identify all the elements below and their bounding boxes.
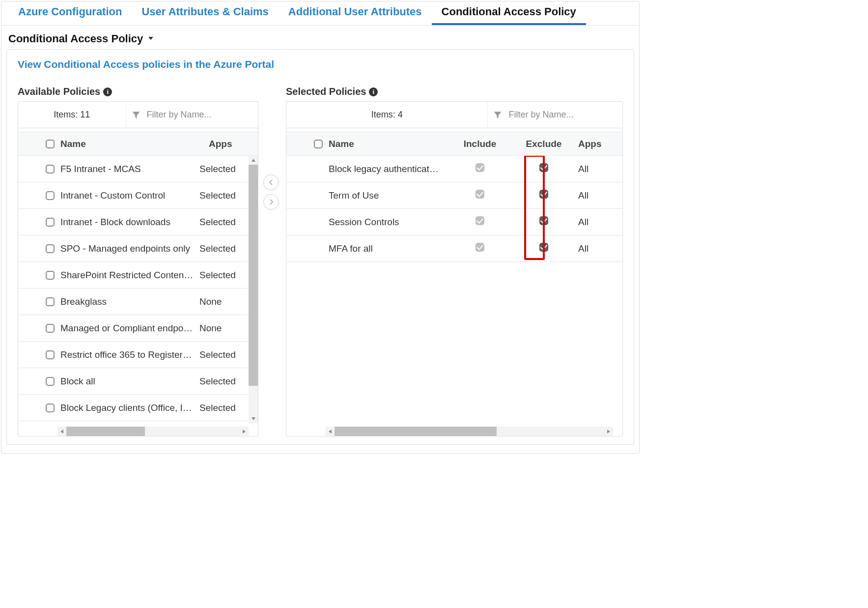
include-checkbox[interactable]: [476, 216, 484, 225]
section-title-text: Conditional Access Policy: [8, 32, 143, 45]
tab-conditional-access-policy[interactable]: Conditional Access Policy: [432, 1, 586, 25]
filter-icon: [131, 110, 141, 120]
include-checkbox[interactable]: [476, 163, 484, 172]
row-apps: All: [578, 164, 622, 174]
exclude-checkbox[interactable]: [539, 190, 548, 199]
col-header-name[interactable]: Name: [60, 139, 209, 149]
col-header-exclude[interactable]: Exclude: [509, 139, 578, 149]
col-header-include[interactable]: Include: [450, 139, 509, 149]
table-row[interactable]: Managed or Compliant endpo…None: [18, 315, 249, 342]
row-name: Block Legacy clients (Office, I…: [60, 403, 199, 413]
info-icon[interactable]: i: [369, 87, 378, 96]
include-checkbox[interactable]: [476, 243, 484, 252]
info-icon[interactable]: i: [103, 87, 112, 96]
table-row[interactable]: Intranet - Block downloadsSelected: [18, 209, 249, 235]
selected-filter-input[interactable]: [507, 109, 617, 120]
row-apps: All: [578, 217, 622, 228]
move-left-button[interactable]: [263, 174, 279, 190]
row-checkbox[interactable]: [46, 324, 55, 333]
row-apps: None: [199, 296, 249, 307]
row-name: Intranet - Block downloads: [60, 217, 199, 228]
table-row[interactable]: MFA for allAll: [286, 235, 622, 262]
row-apps: Selected: [199, 243, 249, 254]
table-row[interactable]: Block allSelected: [18, 368, 249, 395]
table-row[interactable]: F5 Intranet - MCASSelected: [18, 156, 249, 182]
row-checkbox[interactable]: [46, 218, 55, 227]
row-name: SPO - Managed endpoints only: [60, 243, 199, 254]
row-apps: All: [578, 190, 622, 201]
selected-select-all-checkbox[interactable]: [314, 140, 323, 148]
col-header-apps[interactable]: Apps: [578, 139, 622, 149]
row-apps: Selected: [199, 349, 249, 360]
row-apps: All: [578, 243, 622, 254]
tab-user-attributes-claims[interactable]: User Attributes & Claims: [132, 1, 278, 25]
selected-policies-title: Selected Policies: [286, 86, 366, 97]
row-checkbox[interactable]: [46, 297, 55, 306]
exclude-checkbox[interactable]: [539, 163, 548, 172]
row-apps: Selected: [199, 217, 249, 228]
row-apps: Selected: [199, 190, 249, 201]
row-name: Restrict office 365 to Register…: [60, 349, 199, 360]
row-checkbox[interactable]: [46, 244, 55, 253]
vertical-scrollbar[interactable]: [249, 156, 258, 423]
row-apps: None: [199, 323, 249, 334]
caret-down-icon: [147, 32, 155, 45]
row-name: Intranet - Custom Control: [60, 190, 199, 201]
row-checkbox[interactable]: [46, 377, 55, 386]
available-filter-input[interactable]: [146, 109, 253, 120]
row-name: Term of Use: [329, 190, 450, 201]
selected-items-count: Items: 4: [286, 102, 488, 128]
row-name: Block legacy authenticat…: [329, 164, 450, 174]
scroll-right-icon[interactable]: [240, 427, 249, 436]
table-row[interactable]: SharePoint Restricted Conten…Selected: [18, 262, 249, 289]
table-row[interactable]: Block legacy authenticat…All: [286, 156, 622, 182]
row-checkbox[interactable]: [46, 404, 55, 412]
row-apps: Selected: [199, 403, 249, 413]
row-name: Managed or Compliant endpo…: [60, 323, 199, 334]
move-right-button[interactable]: [263, 194, 279, 210]
horizontal-scrollbar[interactable]: [326, 427, 613, 436]
exclude-checkbox[interactable]: [539, 216, 548, 225]
table-row[interactable]: Session ControlsAll: [286, 209, 622, 235]
col-header-name[interactable]: Name: [329, 139, 450, 149]
available-rows: F5 Intranet - MCASSelectedIntranet - Cus…: [18, 156, 249, 421]
row-checkbox[interactable]: [46, 350, 55, 359]
section-title[interactable]: Conditional Access Policy: [1, 26, 639, 46]
tab-azure-configuration[interactable]: Azure Configuration: [8, 1, 132, 25]
selected-rows: Block legacy authenticat…AllTerm of UseA…: [286, 156, 622, 262]
row-name: MFA for all: [329, 243, 450, 254]
row-name: Block all: [60, 376, 199, 387]
tab-additional-user-attributes[interactable]: Additional User Attributes: [279, 1, 432, 25]
table-row[interactable]: Intranet - Custom ControlSelected: [18, 182, 249, 209]
table-row[interactable]: Block Legacy clients (Office, I…Selected: [18, 395, 249, 421]
row-checkbox[interactable]: [46, 165, 55, 174]
available-select-all-checkbox[interactable]: [46, 140, 55, 148]
filter-icon: [493, 110, 503, 120]
col-header-apps[interactable]: Apps: [209, 139, 258, 149]
row-name: Session Controls: [329, 217, 450, 228]
tab-bar: Azure Configuration User Attributes & Cl…: [1, 1, 639, 26]
row-apps: Selected: [199, 376, 249, 387]
horizontal-scrollbar[interactable]: [57, 427, 249, 436]
table-row[interactable]: SPO - Managed endpoints onlySelected: [18, 235, 249, 262]
scroll-up-icon[interactable]: [249, 156, 258, 165]
row-checkbox[interactable]: [46, 191, 55, 200]
exclude-checkbox[interactable]: [539, 243, 548, 252]
table-row[interactable]: BreakglassNone: [18, 289, 249, 315]
azure-portal-link[interactable]: View Conditional Access policies in the …: [18, 58, 623, 70]
available-items-count: Items: 11: [18, 102, 126, 128]
row-checkbox[interactable]: [46, 271, 55, 280]
scroll-right-icon[interactable]: [604, 427, 613, 436]
scroll-down-icon[interactable]: [249, 414, 258, 423]
row-name: SharePoint Restricted Conten…: [60, 270, 199, 281]
table-row[interactable]: Term of UseAll: [286, 182, 622, 209]
scroll-left-icon[interactable]: [57, 427, 66, 436]
row-name: Breakglass: [60, 296, 199, 307]
available-policies-title: Available Policies: [18, 86, 100, 97]
table-row[interactable]: Restrict office 365 to Register…Selected: [18, 342, 249, 368]
scroll-left-icon[interactable]: [326, 427, 335, 436]
include-checkbox[interactable]: [476, 190, 484, 199]
row-apps: Selected: [199, 164, 249, 174]
row-name: F5 Intranet - MCAS: [60, 164, 199, 174]
row-apps: Selected: [199, 270, 249, 281]
